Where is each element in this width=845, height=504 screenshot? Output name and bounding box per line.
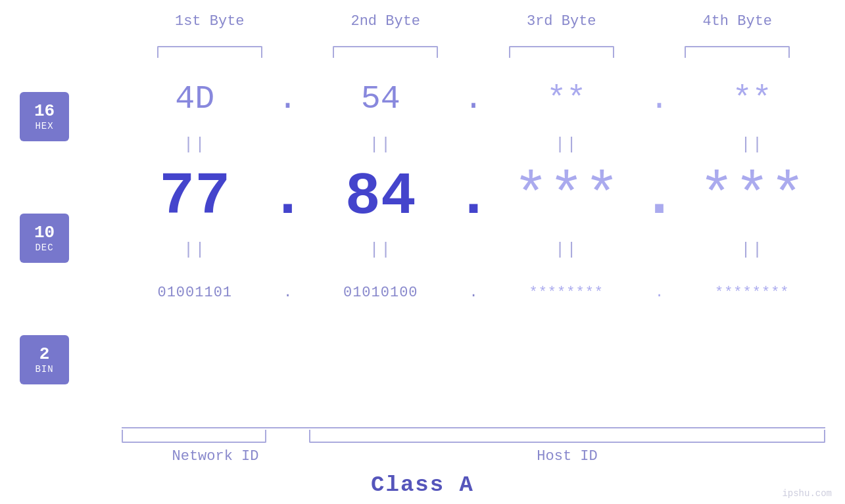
- bin-badge-label: BIN: [35, 364, 53, 375]
- bracket-4: [685, 46, 790, 58]
- byte-col-2: 54 || 84 || 01010100: [308, 69, 454, 319]
- byte-col-1: 4D || 77 || 01001101: [122, 69, 268, 319]
- watermark: ipshu.com: [782, 488, 832, 499]
- dot3-hex: .: [649, 80, 669, 118]
- byte1-dec: 77: [159, 164, 230, 231]
- sep1-hex: .: [278, 69, 297, 128]
- byte1-equals1: ||: [183, 128, 206, 161]
- byte4-equals2: ||: [740, 233, 763, 266]
- byte-headers: 1st Byte 2nd Byte 3rd Byte 4th Byte: [122, 13, 825, 30]
- byte3-bin-row: ********: [529, 266, 604, 319]
- sep3-dec: .: [641, 161, 677, 233]
- byte-header-2: 2nd Byte: [298, 13, 474, 30]
- byte4-hex-row: **: [733, 69, 772, 128]
- dot2-hex: .: [464, 80, 483, 118]
- bracket-3: [509, 46, 614, 58]
- byte1-hex: 4D: [175, 80, 214, 118]
- sep1-bin: .: [283, 266, 292, 319]
- top-brackets: [122, 46, 825, 58]
- byte4-equals1: ||: [740, 128, 763, 161]
- dec-badge: 10 DEC: [20, 214, 69, 263]
- hex-badge-label: HEX: [35, 121, 53, 131]
- dot1-hex: .: [278, 80, 297, 118]
- byte4-equals2-icon: ||: [740, 240, 763, 260]
- host-id-label: Host ID: [309, 448, 825, 465]
- byte4-hex: **: [733, 80, 772, 118]
- sep2-hex: .: [464, 69, 483, 128]
- byte4-bin: ********: [715, 285, 790, 301]
- dec-badge-number: 10: [34, 223, 55, 242]
- hex-badge-number: 16: [34, 102, 55, 121]
- byte2-dec: 84: [345, 164, 416, 231]
- sep2-dec: .: [456, 161, 491, 233]
- byte2-hex-row: 54: [361, 69, 400, 128]
- bracket-1: [157, 46, 262, 58]
- dec-badge-label: DEC: [35, 242, 53, 253]
- sep2-bin: .: [469, 266, 477, 319]
- sep1-dec: .: [270, 161, 305, 233]
- network-bracket: [122, 430, 266, 443]
- byte2-dec-row: 84: [345, 161, 416, 233]
- byte3-hex-row: **: [546, 69, 586, 128]
- network-id-label: Network ID: [122, 448, 309, 465]
- dot3-dec: .: [641, 164, 677, 231]
- byte4-bin-row: ********: [715, 266, 790, 319]
- sep3-bin: .: [655, 266, 664, 319]
- base-labels: 16 HEX 10 DEC 2 BIN: [20, 92, 69, 384]
- bottom-labels: Network ID Host ID: [122, 448, 825, 465]
- byte-col-4: ** || *** || ********: [679, 69, 826, 319]
- byte3-equals2-icon: ||: [555, 240, 578, 260]
- dot1-dec: .: [270, 164, 305, 231]
- bracket-box-2: [298, 46, 474, 58]
- bracket-box-3: [473, 46, 650, 58]
- byte3-hex: **: [546, 80, 586, 118]
- bin-badge-number: 2: [39, 345, 50, 364]
- byte1-dec-row: 77: [159, 161, 230, 233]
- main-container: 1st Byte 2nd Byte 3rd Byte 4th Byte 16 H…: [0, 0, 845, 504]
- byte-col-3: ** || *** || ********: [493, 69, 640, 319]
- sep-col-2: . . .: [454, 69, 493, 319]
- dot1-bin: .: [283, 285, 292, 301]
- byte2-equals1-icon: ||: [369, 135, 392, 154]
- bracket-box-4: [650, 46, 826, 58]
- sep-col-3: . . .: [640, 69, 679, 319]
- sep3-hex: .: [649, 69, 669, 128]
- class-label: Class A: [371, 472, 474, 497]
- byte3-dec-row: ***: [513, 161, 619, 233]
- sep-col-1: . . .: [268, 69, 308, 319]
- byte1-equals1-icon: ||: [183, 135, 206, 154]
- byte2-equals1: ||: [369, 128, 392, 161]
- dot2-bin: .: [469, 285, 477, 301]
- byte2-equals2: ||: [369, 233, 392, 266]
- bin-badge: 2 BIN: [20, 335, 69, 384]
- host-bracket: [309, 430, 825, 443]
- dot2-dec: .: [456, 164, 491, 231]
- bracket-box-1: [122, 46, 298, 58]
- bottom-brackets: [122, 423, 825, 443]
- byte1-bin: 01001101: [157, 285, 232, 301]
- byte2-bin: 01010100: [343, 285, 418, 301]
- byte3-dec: ***: [513, 164, 619, 231]
- byte3-equals1-icon: ||: [555, 135, 578, 154]
- byte-header-3: 3rd Byte: [473, 13, 650, 30]
- bracket-2: [333, 46, 438, 58]
- byte2-hex: 54: [361, 80, 400, 118]
- byte4-dec: ***: [699, 164, 806, 231]
- dot3-bin: .: [655, 285, 664, 301]
- content-grid: 4D || 77 || 01001101 . .: [122, 69, 825, 319]
- byte-header-1: 1st Byte: [122, 13, 298, 30]
- bottom-section: Network ID Host ID: [122, 423, 825, 465]
- byte3-equals1: ||: [555, 128, 578, 161]
- byte1-hex-row: 4D: [175, 69, 214, 128]
- byte2-bin-row: 01010100: [343, 266, 418, 319]
- byte1-equals2-icon: ||: [183, 240, 206, 260]
- hex-badge: 16 HEX: [20, 92, 69, 141]
- byte3-equals2: ||: [555, 233, 578, 266]
- byte-header-4: 4th Byte: [650, 13, 826, 30]
- class-section: Class A: [0, 472, 845, 497]
- byte4-dec-row: ***: [699, 161, 806, 233]
- byte1-bin-row: 01001101: [157, 266, 232, 319]
- byte1-equals2: ||: [183, 233, 206, 266]
- byte2-equals2-icon: ||: [369, 240, 392, 260]
- byte3-bin: ********: [529, 285, 604, 301]
